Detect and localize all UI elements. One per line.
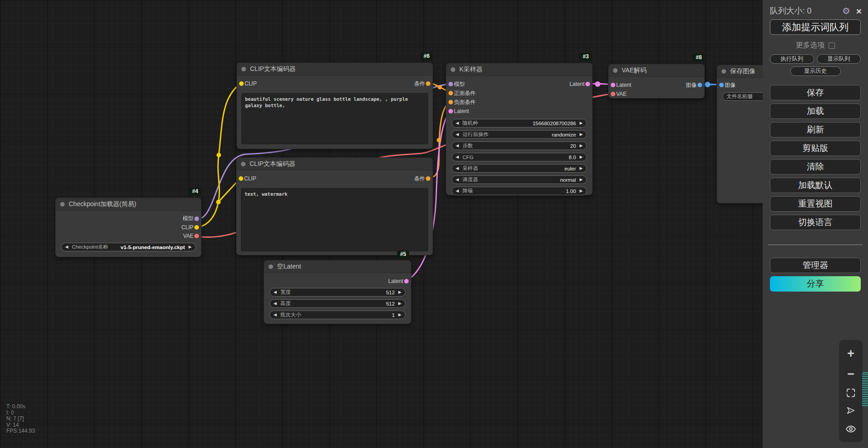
- widget-height[interactable]: 高度 512: [269, 299, 406, 308]
- load-button[interactable]: 加载: [770, 104, 861, 119]
- prompt-text-input[interactable]: text, watermark: [241, 188, 428, 251]
- output-slot-conditioning[interactable]: [426, 81, 430, 86]
- widget-sampler-name[interactable]: 采样器 euler: [452, 164, 587, 173]
- toggle-language-button[interactable]: 切换语言: [770, 215, 861, 230]
- decrement-arrow-icon[interactable]: [456, 178, 459, 182]
- decrement-arrow-icon[interactable]: [274, 290, 277, 294]
- input-slot-model[interactable]: [448, 82, 453, 86]
- widget-steps[interactable]: 步数 20: [452, 141, 587, 150]
- close-icon[interactable]: ×: [856, 6, 862, 16]
- increment-arrow-icon[interactable]: [580, 155, 583, 159]
- minimap-scrollbar[interactable]: [862, 372, 868, 407]
- extra-options-checkbox[interactable]: [829, 42, 835, 49]
- save-button[interactable]: 保存: [770, 85, 861, 100]
- input-slot-latent[interactable]: [448, 109, 453, 113]
- output-slot-image[interactable]: [698, 83, 702, 87]
- widget-seed[interactable]: 随机种 156680208700286: [452, 119, 587, 127]
- increment-arrow-icon[interactable]: [398, 313, 401, 317]
- decrement-arrow-icon[interactable]: [65, 245, 68, 249]
- widget-checkpoint-name[interactable]: Checkpoint名称 v1-5-pruned-emaonly.ckpt: [61, 243, 196, 251]
- decrement-arrow-icon[interactable]: [274, 313, 277, 317]
- increment-arrow-icon[interactable]: [580, 178, 583, 182]
- output-slot-clip[interactable]: [194, 225, 199, 230]
- exec-queue-button[interactable]: 执行队列: [770, 54, 814, 64]
- zoom-in-button[interactable]: +: [847, 348, 854, 360]
- increment-arrow-icon[interactable]: [580, 189, 583, 193]
- select-pointer-icon[interactable]: [846, 406, 856, 415]
- fit-view-icon[interactable]: [846, 388, 856, 398]
- increment-arrow-icon[interactable]: [580, 144, 583, 148]
- decrement-arrow-icon[interactable]: [274, 302, 277, 306]
- decrement-arrow-icon[interactable]: [456, 166, 459, 170]
- collapse-dot-icon[interactable]: [269, 264, 273, 269]
- widget-denoise[interactable]: 降噪 1.00: [452, 187, 587, 195]
- increment-arrow-icon[interactable]: [189, 245, 192, 249]
- reset-view-button[interactable]: 重置视图: [770, 196, 861, 212]
- output-slot-vae[interactable]: [194, 234, 199, 238]
- widget-filename-prefix[interactable]: 文件名前缀: [722, 92, 763, 101]
- increment-arrow-icon[interactable]: [398, 290, 401, 294]
- input-slot-clip[interactable]: [239, 81, 244, 86]
- node-save-image[interactable]: 保存图像 图像 文件名前缀: [717, 65, 763, 203]
- manager-button[interactable]: 管理器: [770, 258, 861, 273]
- node-title-bar[interactable]: 保存图像: [717, 65, 763, 78]
- input-slot-negative[interactable]: [448, 100, 453, 104]
- input-slot-clip[interactable]: [239, 176, 243, 181]
- settings-gear-icon[interactable]: ⚙: [842, 5, 850, 16]
- reroute-dot[interactable]: [595, 81, 600, 87]
- node-clip-text-encode-positive[interactable]: CLIP文本编码器 CLIP 条件 beautiful scenery natu…: [236, 62, 433, 149]
- increment-arrow-icon[interactable]: [580, 132, 583, 137]
- collapse-dot-icon[interactable]: [241, 67, 246, 71]
- output-slot-model[interactable]: [194, 217, 199, 221]
- collapse-dot-icon[interactable]: [60, 202, 65, 207]
- output-slot-conditioning[interactable]: [426, 176, 430, 181]
- load-default-button[interactable]: 加载默认: [770, 178, 861, 193]
- decrement-arrow-icon[interactable]: [456, 121, 459, 125]
- decrement-arrow-icon[interactable]: [456, 144, 459, 148]
- input-slot-positive[interactable]: [448, 91, 453, 95]
- reroute-dot[interactable]: [217, 153, 221, 157]
- reroute-dot[interactable]: [438, 85, 442, 90]
- node-empty-latent[interactable]: 空Latent Latent 宽度 512 高度 512 批次大小 1: [264, 260, 411, 324]
- increment-arrow-icon[interactable]: [580, 121, 583, 125]
- decrement-arrow-icon[interactable]: [456, 189, 459, 193]
- increment-arrow-icon[interactable]: [580, 166, 583, 170]
- node-clip-text-encode-negative[interactable]: CLIP文本编码器 CLIP 条件 text, watermark: [236, 157, 433, 255]
- node-graph-canvas[interactable]: #4 #6 #3 #8 #5 Checkpoint加载器(简易) 模型 CLIP…: [0, 0, 763, 448]
- widget-batch-size[interactable]: 批次大小 1: [269, 311, 406, 319]
- collapse-dot-icon[interactable]: [722, 69, 726, 74]
- clear-button[interactable]: 清除: [770, 159, 861, 174]
- node-title-bar[interactable]: K采样器: [446, 63, 592, 76]
- node-vae-decode[interactable]: VAE解码 Latent 图像 VAE: [608, 64, 705, 99]
- clipboard-button[interactable]: 剪贴版: [770, 141, 861, 156]
- collapse-dot-icon[interactable]: [613, 68, 618, 73]
- prompt-text-input[interactable]: beautiful scenery nature glass bottle la…: [241, 93, 428, 144]
- node-title-bar[interactable]: Checkpoint加载器(简易): [56, 198, 201, 211]
- toggle-visibility-eye-icon[interactable]: [845, 424, 856, 434]
- collapse-dot-icon[interactable]: [241, 162, 245, 166]
- show-history-button[interactable]: 显示历史: [790, 66, 841, 76]
- node-title-bar[interactable]: CLIP文本编码器: [236, 158, 433, 170]
- queue-prompt-button[interactable]: 添加提示词队列: [770, 19, 861, 35]
- widget-width[interactable]: 宽度 512: [269, 288, 406, 297]
- collapse-dot-icon[interactable]: [451, 67, 455, 72]
- widget-control-after-generate[interactable]: 运行后操作 randomize: [452, 130, 587, 139]
- increment-arrow-icon[interactable]: [398, 302, 401, 306]
- show-queue-button[interactable]: 显示队列: [817, 54, 861, 64]
- zoom-out-button[interactable]: −: [847, 368, 854, 380]
- reroute-dot[interactable]: [705, 82, 710, 87]
- output-slot-latent[interactable]: [404, 279, 409, 283]
- reroute-dot[interactable]: [437, 138, 441, 142]
- decrement-arrow-icon[interactable]: [456, 155, 459, 159]
- node-title-bar[interactable]: VAE解码: [609, 64, 704, 77]
- input-slot-vae[interactable]: [611, 92, 615, 96]
- node-title-bar[interactable]: 空Latent: [264, 260, 411, 273]
- widget-scheduler[interactable]: 调度器 normal: [452, 175, 587, 184]
- node-title-bar[interactable]: CLIP文本编码器: [237, 63, 433, 75]
- decrement-arrow-icon[interactable]: [456, 132, 459, 137]
- widget-cfg[interactable]: CFG 8.0: [452, 153, 587, 161]
- node-checkpoint-loader[interactable]: Checkpoint加载器(简易) 模型 CLIP VAE Checkpoint…: [55, 198, 202, 257]
- reroute-dot[interactable]: [216, 200, 221, 204]
- input-slot-latent[interactable]: [611, 83, 615, 87]
- node-ksampler[interactable]: K采样器 模型 Latent 正面条件 负面条件 Latent 随机种 1566…: [446, 63, 593, 195]
